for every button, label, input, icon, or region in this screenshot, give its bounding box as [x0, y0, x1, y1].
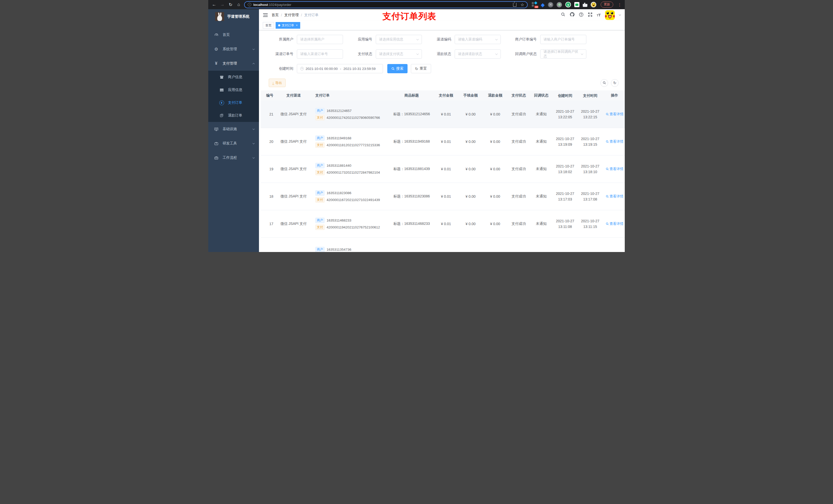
dot-extension-icon[interactable]: [556, 2, 562, 7]
reset-button[interactable]: ↻ 重置: [411, 64, 431, 73]
sidebar-item-workflow[interactable]: 工作流程: [208, 150, 259, 165]
view-detail-link[interactable]: 查看详情: [606, 167, 623, 171]
order-id: 20: [261, 140, 274, 144]
reload-icon[interactable]: ↻: [228, 2, 233, 8]
download-icon: ↓: [272, 81, 274, 85]
toggle-search-button[interactable]: [600, 79, 608, 87]
fee-amount: ¥ 0.00: [458, 194, 483, 198]
app-select[interactable]: 请选择应用信息: [376, 35, 422, 44]
table-row[interactable]: 商户1635311354736: [261, 238, 625, 252]
merchant-input[interactable]: 请选择所属商户: [297, 35, 343, 44]
logo-image: [215, 12, 224, 21]
sidebar-item-system[interactable]: ⚙ 系统管理: [208, 42, 259, 56]
hamburger-icon[interactable]: [263, 13, 268, 17]
table-row[interactable]: 18微信 JSAPI 支付商户1635311823086支付4200001167…: [261, 183, 625, 210]
avatar[interactable]: [605, 10, 615, 20]
tag-dot-icon: [278, 24, 280, 26]
font-size-icon[interactable]: TT: [597, 13, 601, 17]
channel-order-no-input[interactable]: 请输入渠道订单号: [297, 49, 343, 58]
table-row[interactable]: 21微信 JSAPI 支付商户1635312124657支付4200001174…: [261, 101, 625, 128]
table-row[interactable]: 19微信 JSAPI 支付商户1635311881440支付4200001173…: [261, 155, 625, 183]
refresh-table-button[interactable]: ↻: [611, 79, 619, 87]
order-id: 17: [261, 222, 274, 226]
tag-pay-order[interactable]: 支付订单 ×: [276, 22, 300, 29]
sidebar-item-pay-order[interactable]: ¥ 支付订单: [208, 96, 259, 109]
kite-extension-icon[interactable]: ◆: [541, 2, 545, 8]
create-time-range-picker[interactable]: 2021-10-01 00:00:00 - 2021-10-31 23:59:5…: [297, 64, 383, 73]
search-icon[interactable]: [561, 12, 565, 18]
header-channel: 支付渠道: [274, 93, 313, 98]
breadcrumb-home[interactable]: 首页: [271, 13, 279, 18]
view-detail-link[interactable]: 查看详情: [606, 221, 623, 226]
puzzle-extensions-icon[interactable]: [583, 2, 587, 7]
close-icon[interactable]: ×: [296, 24, 298, 27]
y-extension-icon[interactable]: y: [565, 2, 571, 7]
merchant-badge: 商户: [315, 218, 325, 223]
merchant-order-no: 1635311468233: [327, 218, 352, 222]
notify-status-select[interactable]: 请选择订单回调商户状态: [540, 49, 586, 58]
pay-channel: 微信 JSAPI 支付: [274, 221, 313, 226]
extension-icon[interactable]: 10: [532, 2, 538, 7]
pay-badge: 支付: [315, 142, 325, 148]
fullscreen-icon[interactable]: [588, 12, 593, 18]
home-icon[interactable]: ⌂: [236, 2, 241, 8]
merchant-order-no: 1635312124657: [327, 109, 352, 113]
pay-badge: 支付: [315, 170, 325, 175]
share-icon[interactable]: [513, 3, 516, 7]
sidebar-item-dev-tools[interactable]: 研发工具: [208, 136, 259, 150]
magnifier-icon: [606, 167, 609, 171]
app-title: 芋道管理系统: [227, 14, 249, 19]
bookmark-star-icon[interactable]: ☆: [521, 2, 524, 7]
filter-label: 支付状态: [354, 52, 372, 56]
filter-label: 渠道编码: [433, 37, 451, 42]
tag-home[interactable]: 首页: [263, 22, 274, 29]
refund-status-select[interactable]: 请选择退款状态: [455, 49, 501, 58]
pay-time: 2021-10-2713:18:10: [578, 163, 603, 175]
sidebar-item-infrastructure[interactable]: 基础设施: [208, 122, 259, 136]
view-detail-link[interactable]: 查看详情: [606, 194, 623, 199]
sidebar-item-refund-order[interactable]: 退款订单: [208, 109, 259, 122]
browser-menu-icon[interactable]: ⋮: [618, 2, 622, 7]
notify-status: 未通知: [530, 167, 552, 171]
sidebar-item-home[interactable]: 首页: [208, 28, 259, 42]
table-header: 编号 支付渠道 支付订单 商品标题 支付金额 手续金额 退款金额 支付状态 回调…: [261, 90, 625, 101]
pay-channel: 微信 JSAPI 支付: [274, 139, 313, 144]
emoji-extension-icon[interactable]: [591, 2, 596, 7]
clock-icon: [300, 67, 304, 70]
pay-order-no: 4200001167202110271022491439: [327, 198, 380, 202]
address-bar[interactable]: i localhost:1024/pay/order ☆: [244, 1, 528, 8]
merchant-order-no: 1635311949168: [327, 136, 352, 140]
briefcase-icon: [214, 156, 219, 160]
avatar-caret-icon[interactable]: [619, 13, 621, 15]
back-icon[interactable]: ←: [211, 2, 217, 8]
github-icon[interactable]: [570, 12, 574, 18]
merchant-order-no-input[interactable]: 请输入商户订单编号: [540, 35, 586, 44]
table-row[interactable]: 17微信 JSAPI 支付商户1635311468233支付4200001194…: [261, 210, 625, 238]
extensions-tray: 10 ◆ ⌘ y 更新 ⋮: [532, 2, 622, 8]
help-icon[interactable]: [579, 12, 584, 18]
header-pay-time: 支付时间: [578, 93, 603, 98]
browser-update-button[interactable]: 更新: [601, 2, 613, 8]
chat-extension-icon[interactable]: [574, 2, 579, 7]
site-info-icon[interactable]: i: [248, 3, 251, 6]
pay-channel: 微信 JSAPI 支付: [274, 112, 313, 117]
pay-badge: 支付: [315, 224, 325, 230]
search-button[interactable]: 搜索: [387, 64, 407, 73]
view-detail-link[interactable]: 查看详情: [606, 112, 623, 117]
view-detail-link[interactable]: 查看详情: [606, 139, 623, 144]
table-row[interactable]: 20微信 JSAPI 支付商户1635311949168支付4200001181…: [261, 128, 625, 155]
notify-status: 未通知: [530, 112, 552, 117]
pay-order-no: 4200001194202110276752100612: [327, 225, 380, 229]
sidebar-item-merchant-info[interactable]: 商户信息: [208, 71, 259, 83]
chevron-down-icon: [253, 156, 255, 158]
sidebar-item-app-info[interactable]: 应用信息: [208, 83, 259, 96]
export-button[interactable]: ↓ 导出: [269, 79, 286, 87]
breadcrumb-payment[interactable]: 支付管理: [284, 13, 299, 18]
order-id: 18: [261, 194, 274, 198]
command-extension-icon[interactable]: ⌘: [548, 2, 553, 7]
forward-icon[interactable]: →: [219, 2, 225, 8]
sidebar-item-payment[interactable]: ¥ 支付管理: [208, 56, 259, 71]
channel-code-select[interactable]: 请输入渠道编码: [455, 35, 501, 44]
pay-order-table: 编号 支付渠道 支付订单 商品标题 支付金额 手续金额 退款金额 支付状态 回调…: [261, 90, 625, 252]
pay-status-select[interactable]: 请选择支付状态: [376, 49, 422, 58]
